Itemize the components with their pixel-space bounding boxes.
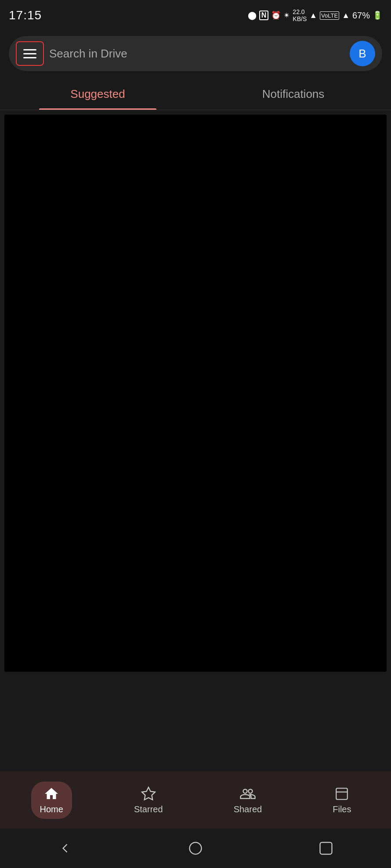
nav-item-home[interactable]: Home bbox=[31, 782, 72, 819]
recents-button[interactable] bbox=[315, 837, 337, 859]
nav-item-shared[interactable]: Shared bbox=[225, 782, 271, 819]
nav-label-files: Files bbox=[333, 804, 351, 814]
nav-label-shared: Shared bbox=[234, 804, 262, 814]
alarm-icon: ⏰ bbox=[271, 11, 281, 20]
hamburger-icon bbox=[23, 49, 36, 58]
tabs-container: Suggested Notifications bbox=[0, 78, 391, 110]
main-content bbox=[0, 110, 391, 681]
svg-rect-0 bbox=[337, 788, 348, 800]
status-icons: ⬤ N ⏰ ✴ 22.0KB/S ▲ VoLTE ▲ 67% 🔋 bbox=[248, 8, 382, 22]
tab-notifications[interactable]: Notifications bbox=[196, 78, 391, 110]
battery-indicator: 67% bbox=[352, 11, 370, 21]
nav-item-starred[interactable]: Starred bbox=[125, 782, 172, 819]
wifi-icon: ▲ bbox=[309, 11, 317, 20]
search-placeholder[interactable]: Search in Drive bbox=[49, 47, 344, 61]
home-icon bbox=[43, 786, 59, 802]
nav-label-starred: Starred bbox=[134, 804, 163, 814]
search-bar-container: Search in Drive B bbox=[0, 31, 391, 78]
back-button[interactable] bbox=[54, 837, 76, 859]
status-bar: 17:15 ⬤ N ⏰ ✴ 22.0KB/S ▲ VoLTE ▲ 67% 🔋 bbox=[0, 0, 391, 31]
signal-icon: ▲ bbox=[342, 11, 350, 20]
svg-point-1 bbox=[189, 843, 201, 854]
nav-items: Home Starred Shared bbox=[0, 771, 391, 829]
tab-suggested[interactable]: Suggested bbox=[0, 78, 196, 110]
content-area bbox=[4, 115, 387, 672]
nav-item-files[interactable]: Files bbox=[324, 782, 360, 819]
system-nav bbox=[0, 829, 391, 868]
status-time: 17:15 bbox=[9, 8, 42, 22]
shared-icon bbox=[239, 786, 257, 802]
avatar[interactable]: B bbox=[350, 41, 375, 66]
volte-icon: VoLTE bbox=[320, 11, 339, 20]
nav-label-home: Home bbox=[40, 804, 63, 814]
recording-icon: ⬤ bbox=[248, 11, 257, 20]
star-icon bbox=[141, 786, 156, 802]
files-icon bbox=[334, 786, 349, 802]
svg-rect-2 bbox=[320, 843, 332, 854]
battery-icon: 🔋 bbox=[373, 11, 382, 20]
speed-icon: 22.0KB/S bbox=[293, 8, 307, 22]
home-button[interactable] bbox=[185, 837, 206, 859]
menu-button[interactable] bbox=[16, 41, 44, 66]
bottom-nav: Home Starred Shared bbox=[0, 771, 391, 868]
bluetooth-icon: ✴ bbox=[283, 11, 290, 20]
search-bar: Search in Drive B bbox=[9, 36, 382, 71]
nfc-icon: N bbox=[259, 11, 269, 20]
